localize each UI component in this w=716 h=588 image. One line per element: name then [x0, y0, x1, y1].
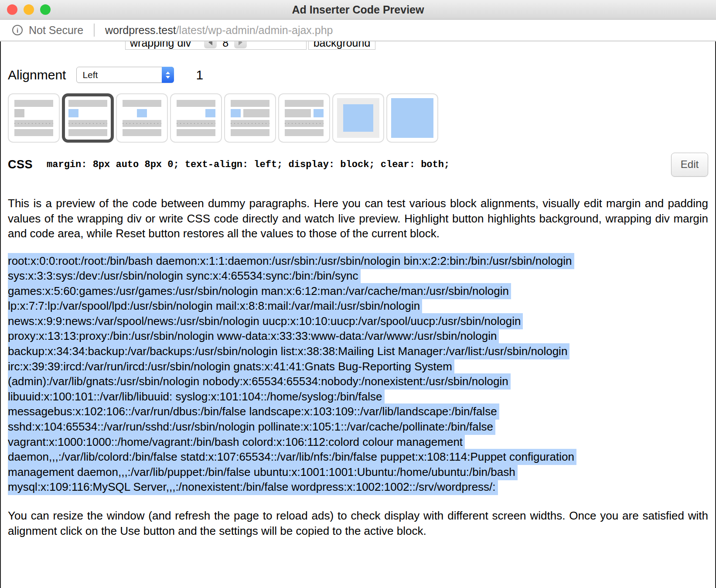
thumb-ad-block-gray: [14, 109, 24, 117]
minimize-window-button[interactable]: [24, 4, 34, 15]
thumb-ad-block-blue: [314, 109, 324, 117]
css-code-text: margin: 8px auto 8px 0; text-align: left…: [47, 159, 450, 170]
background-button[interactable]: background: [308, 41, 375, 50]
browser-url-bar: i Not Secure wordpress.test/latest/wp-ad…: [0, 20, 716, 41]
ad-inserter-preview-page: wrapping div 8 background Alignment Left…: [0, 41, 716, 588]
alignment-thumb-left-selected[interactable]: [62, 93, 114, 143]
thumb-ad-block-blue: [231, 109, 241, 117]
thumb-ad-block-blue: [205, 109, 215, 117]
passwd-line: news:x:9:9:news:/var/spool/news:/usr/sbi…: [8, 314, 708, 329]
passwd-line: messagebus:x:102:106::/var/run/dbus:/bin…: [8, 404, 708, 419]
thumb-ad-block-blue: [137, 109, 147, 117]
thumb-ad-square-blue: [343, 104, 373, 132]
address-field[interactable]: wordpress.test/latest/wp-admin/admin-aja…: [105, 24, 333, 37]
passwd-line: (admin):/var/lib/gnats:/usr/sbin/nologin…: [8, 374, 708, 389]
close-window-button[interactable]: [7, 4, 17, 15]
thumb-text-bar: [243, 109, 269, 117]
passwd-line: daemon,,,:/var/lib/colord:/bin/false sta…: [8, 449, 708, 465]
passwd-line: vagrant:x:1000:1000::/home/vagrant:/bin/…: [8, 434, 708, 450]
alignment-selected-value: Left: [77, 70, 162, 80]
alignment-select[interactable]: Left: [76, 67, 174, 83]
alignment-row: Alignment Left 1: [8, 67, 708, 83]
thumb-ad-square-blue: [391, 98, 433, 138]
chevron-down-icon: [166, 76, 170, 79]
alignment-thumb-right[interactable]: [170, 93, 222, 143]
intro-paragraph: This is a preview of the code between du…: [8, 196, 708, 241]
thumb-text-bar: [231, 100, 269, 107]
thumb-text-bar: [68, 100, 107, 107]
alignment-thumb-float-right[interactable]: [278, 93, 330, 143]
url-host: wordpress.test: [105, 24, 176, 36]
left-arrow-icon: [208, 41, 212, 45]
thumb-text-bar: [123, 100, 161, 107]
passwd-line: root:x:0:0:root:/root:/bin/bash daemon:x…: [8, 253, 708, 269]
alignment-thumb-block-in-frame[interactable]: [332, 93, 384, 143]
passwd-line: proxy:x:13:13:proxy:/bin:/usr/sbin/nolog…: [8, 328, 708, 344]
passwd-line: lp:x:7:7:lp:/var/spool/lpd:/usr/sbin/nol…: [8, 298, 708, 314]
alignment-label: Alignment: [8, 68, 66, 82]
passwd-line: irc:x:39:39:ircd:/var/run/ircd:/usr/sbin…: [8, 359, 708, 374]
thumb-text-bar-dotted: [177, 120, 215, 127]
passwd-line: games:x:5:60:games:/usr/games:/usr/sbin/…: [8, 284, 708, 299]
passwd-line: libuuid:x:100:101::/var/lib/libuuid: sys…: [8, 389, 708, 404]
thumb-text-bar: [14, 129, 53, 136]
margin-increment-button[interactable]: [234, 41, 247, 48]
passwd-line: backup:x:34:34:backup:/var/backups:/usr/…: [8, 344, 708, 359]
passwd-line: management daemon,,,:/var/lib/puppet:/bi…: [8, 465, 708, 480]
urlbar-divider: [94, 24, 95, 37]
thumb-text-bar-dotted: [123, 120, 161, 127]
thumb-text-bar-dotted: [14, 120, 53, 127]
right-arrow-icon: [239, 41, 242, 45]
passwd-selection-block: root:x:0:0:root:/root:/bin/bash daemon:x…: [8, 253, 708, 495]
traffic-lights: [7, 0, 51, 19]
alignment-thumb-float-left[interactable]: [224, 93, 276, 143]
passwd-line: sys:x:3:3:sys:/dev:/usr/sbin/nologin syn…: [8, 268, 708, 284]
alignment-counter: 1: [196, 68, 203, 82]
wrapping-div-control: wrapping div 8: [125, 41, 307, 50]
chevron-up-icon: [166, 72, 170, 74]
thumb-text-bar: [285, 109, 311, 117]
thumb-text-bar: [231, 129, 269, 136]
footer-paragraph: You can resize the window (and refresh t…: [8, 508, 708, 538]
alignment-thumb-center[interactable]: [116, 93, 168, 143]
thumb-text-bar: [123, 129, 161, 136]
thumb-float-row: [285, 109, 324, 117]
wrapping-div-label: wrapping div: [130, 41, 191, 48]
edit-button[interactable]: Edit: [671, 153, 708, 177]
thumb-text-bar-dotted: [285, 120, 324, 127]
thumb-text-bar: [68, 129, 107, 136]
thumb-text-bar: [14, 100, 53, 107]
info-icon[interactable]: i: [12, 25, 23, 35]
thumb-frame: [337, 98, 379, 138]
css-label: CSS: [8, 158, 33, 171]
passwd-line: sshd:x:104:65534::/var/run/sshd:/usr/sbi…: [8, 419, 708, 434]
select-arrows-icon: [162, 67, 174, 83]
thumb-float-row: [231, 109, 269, 117]
thumb-text-bar: [285, 129, 324, 136]
browser-window: Ad Inserter Code Preview i Not Secure wo…: [0, 0, 716, 588]
window-titlebar: Ad Inserter Code Preview: [0, 0, 716, 20]
thumb-text-bar-dotted: [231, 120, 269, 127]
alignment-thumbnails: [8, 93, 708, 143]
cutoff-controls-row: wrapping div 8 background: [8, 41, 708, 50]
thumb-text-bar: [285, 100, 324, 107]
security-status-label[interactable]: Not Secure: [29, 24, 83, 37]
margin-decrement-button[interactable]: [204, 41, 217, 48]
window-title: Ad Inserter Code Preview: [292, 3, 424, 16]
css-row: CSS margin: 8px auto 8px 0; text-align: …: [8, 152, 708, 177]
passwd-line: mysql:x:109:116:MySQL Server,,,:/nonexis…: [8, 479, 708, 495]
thumb-text-bar: [177, 129, 215, 136]
thumb-ad-block-blue: [68, 109, 78, 117]
url-path: /latest/wp-admin/admin-ajax.php: [176, 24, 333, 36]
alignment-thumb-full-size[interactable]: [386, 93, 438, 143]
margin-stepper-value: 8: [222, 41, 228, 48]
background-label: background: [314, 41, 371, 48]
alignment-thumb-default[interactable]: [8, 93, 60, 143]
thumb-text-bar-dotted: [68, 120, 107, 127]
thumb-text-bar: [177, 100, 215, 107]
zoom-window-button[interactable]: [40, 4, 51, 15]
